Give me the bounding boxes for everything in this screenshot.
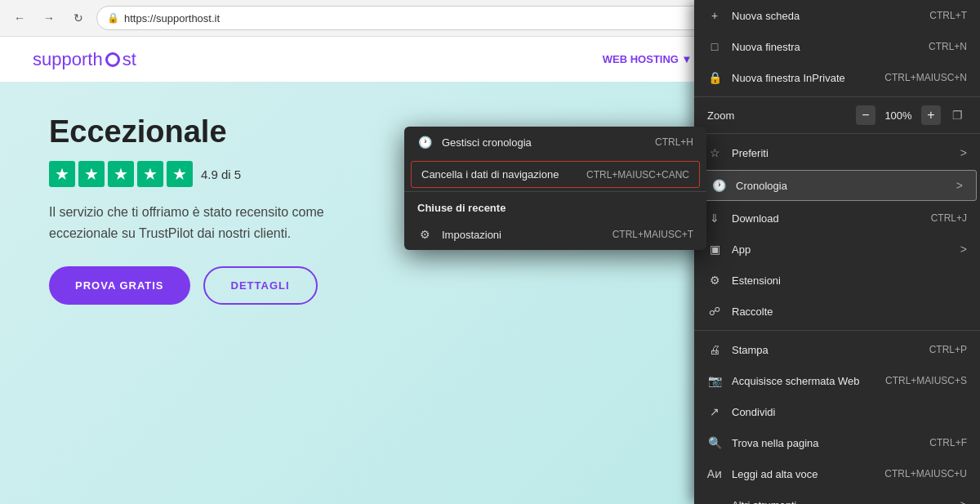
- star-4: ★: [137, 161, 163, 187]
- lock-icon: 🔒: [107, 12, 119, 24]
- menu-new-window[interactable]: □ Nuova finestra CTRL+N: [694, 31, 980, 62]
- zoom-expand-button[interactable]: ❐: [947, 105, 967, 125]
- url-text: https://supporthost.it: [124, 12, 220, 25]
- menu-divider-3: [694, 330, 980, 331]
- clock-icon: 🕐: [417, 135, 432, 149]
- zoom-value: 100%: [882, 109, 915, 122]
- zoom-in-button[interactable]: +: [921, 105, 941, 125]
- menu-app[interactable]: ▣ App >: [694, 234, 980, 265]
- menu-history[interactable]: 🕐 Cronologia >: [697, 170, 977, 201]
- edge-menu: + Nuova scheda CTRL+T □ Nuova finestra C…: [694, 0, 980, 504]
- menu-share[interactable]: ↗ Condividi: [694, 396, 980, 427]
- clear-data-item[interactable]: Cancella i dati di navigazione CTRL+MAIU…: [411, 161, 700, 188]
- refresh-button[interactable]: ↻: [67, 7, 90, 29]
- find-icon: 🔍: [707, 435, 722, 450]
- read-aloud-icon: Aᴎ: [707, 466, 722, 481]
- share-icon: ↗: [707, 404, 722, 419]
- app-arrow: >: [960, 243, 967, 256]
- hero-desc-line1: Il servizio che ti offriamo è stato rece…: [49, 205, 324, 219]
- menu-other-tools[interactable]: ⋯ Altri strumenti >: [694, 489, 980, 504]
- gear-popup-icon: ⚙: [417, 227, 432, 242]
- hero-desc-line2: eccezionale su TrustPilot dai nostri cli…: [49, 226, 291, 240]
- forward-button[interactable]: →: [38, 7, 60, 29]
- history-manage-item[interactable]: 🕐 Gestisci cronologia CTRL+H: [404, 127, 706, 158]
- menu-collections[interactable]: ☍ Raccolte: [694, 296, 980, 327]
- stars: ★ ★ ★ ★ ★: [49, 161, 193, 187]
- history-arrow: >: [956, 179, 963, 192]
- new-tab-icon: +: [707, 8, 722, 23]
- menu-inprivate[interactable]: 🔒 Nuova finestra InPrivate CTRL+MAIUSC+N: [694, 62, 980, 93]
- download-icon: ⇓: [707, 211, 722, 225]
- private-icon: 🔒: [707, 70, 722, 85]
- history-icon: 🕐: [711, 178, 726, 193]
- nav-webhosting[interactable]: WEB HOSTING ▼: [603, 53, 693, 65]
- manage-history-label: Gestisci cronologia: [442, 136, 645, 149]
- extensions-icon: ⚙: [707, 273, 722, 288]
- logo-circle-icon: [105, 52, 120, 67]
- menu-divider-1: [694, 96, 980, 97]
- clear-data-label: Cancella i dati di navigazione: [421, 168, 577, 181]
- dettagli-button[interactable]: DETTAGLI: [203, 266, 318, 305]
- menu-print[interactable]: 🖨 Stampa CTRL+P: [694, 334, 980, 365]
- clear-data-shortcut: CTRL+MAIUSC+CANC: [586, 169, 689, 181]
- print-icon: 🖨: [707, 342, 722, 357]
- logo-suffix: st: [122, 49, 136, 70]
- tools-icon: ⋯: [707, 497, 722, 504]
- menu-find[interactable]: 🔍 Trova nella pagina CTRL+F: [694, 427, 980, 458]
- menu-divider-2: [694, 133, 980, 134]
- star-3: ★: [108, 161, 134, 187]
- collections-icon: ☍: [707, 304, 722, 319]
- back-button[interactable]: ←: [8, 7, 31, 29]
- favorites-icon: ☆: [707, 145, 722, 160]
- menu-favorites[interactable]: ☆ Preferiti >: [694, 137, 980, 168]
- screenshot-icon: 📷: [707, 373, 722, 388]
- zoom-controls: − 100% + ❐: [856, 105, 967, 125]
- star-1: ★: [49, 161, 75, 187]
- recent-closed-header: Chiuse di recente: [404, 194, 706, 219]
- favorites-arrow: >: [960, 146, 967, 159]
- menu-new-tab[interactable]: + Nuova scheda CTRL+T: [694, 0, 980, 31]
- settings-label: Impostazioni: [442, 229, 603, 241]
- history-popup: 🕐 Gestisci cronologia CTRL+H Cancella i …: [404, 127, 706, 250]
- logo-text: supporth: [33, 49, 103, 70]
- hero-description: Il servizio che ti offriamo è stato rece…: [49, 202, 441, 243]
- star-2: ★: [78, 161, 105, 187]
- new-window-icon: □: [707, 39, 722, 54]
- prova-gratis-button[interactable]: PROVA GRATIS: [49, 266, 190, 305]
- settings-shortcut: CTRL+MAIUSC+T: [612, 229, 693, 240]
- zoom-out-button[interactable]: −: [856, 105, 875, 125]
- menu-extensions[interactable]: ⚙ Estensioni: [694, 265, 980, 296]
- tools-arrow: >: [960, 498, 967, 504]
- popup-divider: [404, 191, 706, 192]
- menu-zoom-row: Zoom − 100% + ❐: [694, 100, 980, 130]
- menu-read-aloud[interactable]: Aᴎ Leggi ad alta voce CTRL+MAIUSC+U: [694, 458, 980, 489]
- rating-text: 4.9 di 5: [201, 167, 241, 181]
- manage-history-shortcut: CTRL+H: [655, 136, 693, 148]
- star-5: ★: [167, 161, 193, 187]
- logo[interactable]: supporth st: [33, 49, 136, 70]
- settings-item[interactable]: ⚙ Impostazioni CTRL+MAIUSC+T: [404, 219, 706, 250]
- menu-screenshot[interactable]: 📷 Acquisisce schermata Web CTRL+MAIUSC+S: [694, 365, 980, 396]
- menu-download[interactable]: ⇓ Download CTRL+J: [694, 203, 980, 234]
- app-icon: ▣: [707, 242, 722, 256]
